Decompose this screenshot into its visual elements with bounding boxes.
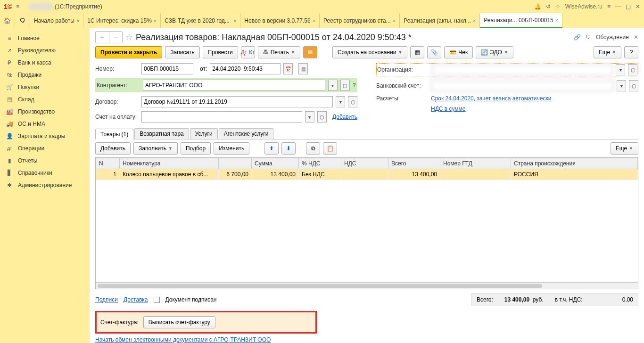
- add-button[interactable]: Добавить: [95, 142, 131, 155]
- print-button[interactable]: 🖶Печать▼: [258, 46, 300, 58]
- close-icon[interactable]: ×: [473, 18, 476, 24]
- dropdown-icon[interactable]: ▾: [328, 80, 338, 91]
- pick-button[interactable]: Подбор: [181, 142, 211, 155]
- check-button[interactable]: 💳Чек: [444, 46, 473, 58]
- signatures-link[interactable]: Подписи: [95, 296, 118, 303]
- signed-checkbox[interactable]: [154, 297, 160, 303]
- col-vat[interactable]: НДС: [341, 158, 388, 169]
- col-n[interactable]: N: [96, 158, 120, 169]
- vat-link[interactable]: НДС в сумме: [431, 106, 466, 112]
- inner-tab-returnable[interactable]: Возвратная тара: [134, 128, 189, 139]
- tab-4[interactable]: Реестр сотрудников ста...×: [320, 13, 400, 28]
- sidebar-item-purchases[interactable]: 🛒Покупки: [0, 81, 90, 93]
- link-icon[interactable]: 🔗: [574, 34, 581, 41]
- tab-3[interactable]: Новое в версии 3.0.77.56×: [240, 13, 320, 28]
- more-button[interactable]: Еще▼: [594, 46, 621, 58]
- open-icon[interactable]: ▢: [348, 96, 357, 107]
- col-total[interactable]: Всего: [388, 158, 440, 169]
- save-button[interactable]: Записать: [165, 46, 199, 58]
- inner-tab-goods[interactable]: Товары (1): [95, 129, 133, 139]
- col-price[interactable]: [219, 158, 252, 169]
- sidebar-item-warehouse[interactable]: ▤Склад: [0, 93, 90, 106]
- settings-icon[interactable]: ≡: [607, 3, 611, 10]
- favorite-icon[interactable]: ☆: [125, 32, 133, 42]
- date-input[interactable]: [210, 63, 281, 74]
- open-icon[interactable]: ▢: [628, 64, 637, 75]
- dropdown-icon[interactable]: ▾: [616, 64, 625, 75]
- sidebar-item-main[interactable]: ≡Главное: [0, 32, 90, 44]
- discuss-label[interactable]: Обсуждение: [596, 34, 629, 41]
- sidebar-item-admin[interactable]: ✱Администрирование: [0, 179, 90, 191]
- move-down-button[interactable]: ⬇: [281, 142, 296, 155]
- close-icon[interactable]: ×: [313, 18, 315, 24]
- minimize-icon[interactable]: —: [615, 3, 621, 10]
- col-nomen[interactable]: Номенклатура: [120, 158, 219, 169]
- close-icon[interactable]: ×: [233, 18, 236, 24]
- open-icon[interactable]: ▢: [340, 80, 350, 91]
- col-country[interactable]: Страна происхождения: [511, 158, 638, 169]
- sidebar-item-catalogs[interactable]: ▋Справочники: [0, 167, 90, 179]
- col-vat-rate[interactable]: % НДС: [299, 158, 341, 169]
- dropdown-icon[interactable]: ▾: [305, 111, 314, 122]
- post-button[interactable]: Провести: [203, 46, 238, 58]
- structure-button[interactable]: ▦: [410, 46, 424, 58]
- post-close-button[interactable]: Провести и закрыть: [95, 46, 162, 58]
- dropdown-icon[interactable]: ▾: [336, 96, 345, 107]
- create-based-button[interactable]: Создать на основании▼: [332, 46, 407, 58]
- tab-6-active[interactable]: Реализаци... 00БП-000015×: [480, 13, 562, 28]
- open-icon[interactable]: ▢: [317, 111, 327, 122]
- bank-input[interactable]: [431, 80, 614, 91]
- sidebar-item-manager[interactable]: ↗Руководителю: [0, 44, 90, 57]
- calendar-icon[interactable]: 📅: [283, 63, 293, 74]
- star-icon[interactable]: ☆: [555, 3, 561, 10]
- dtkt-button[interactable]: ДтКт: [241, 46, 255, 58]
- maximize-icon[interactable]: ▢: [626, 3, 631, 10]
- chat-tab[interactable]: 🗨: [15, 13, 30, 28]
- hamburger-icon[interactable]: ≡: [16, 3, 25, 10]
- discuss-icon[interactable]: 🗨: [586, 34, 591, 41]
- number-input[interactable]: [141, 63, 193, 74]
- settle-link[interactable]: Срок 24.04.2020, зачет аванса автоматиче…: [431, 95, 551, 102]
- sidebar-item-assets[interactable]: 🚚ОС и НМА: [0, 118, 90, 130]
- close-panel-icon[interactable]: ✕: [634, 34, 638, 41]
- inner-tab-services[interactable]: Услуги: [190, 128, 218, 139]
- tab-1[interactable]: 1С Интерес: скидка 15%×: [83, 13, 161, 28]
- open-icon[interactable]: ▢: [629, 80, 638, 91]
- close-icon[interactable]: ×: [555, 17, 558, 23]
- close-icon[interactable]: ×: [154, 18, 157, 24]
- fill-button[interactable]: Заполнить▼: [133, 142, 178, 155]
- issue-invoice-button[interactable]: Выписать счет-фактуру: [143, 316, 215, 328]
- attach-button[interactable]: 📎: [427, 46, 441, 58]
- col-sum[interactable]: Сумма: [252, 158, 299, 169]
- close-icon[interactable]: ×: [393, 18, 396, 24]
- change-button[interactable]: Изменить: [214, 142, 249, 155]
- table-row[interactable]: 1 Колесо пальцевое правое в сб... 6 700,…: [96, 169, 638, 180]
- contract-input[interactable]: [141, 96, 333, 107]
- site-link[interactable]: WiseAdwise.ru: [565, 3, 603, 10]
- sidebar-item-reports[interactable]: ▮Отчеты: [0, 155, 90, 167]
- mail-button[interactable]: ✉: [303, 46, 317, 58]
- exchange-link[interactable]: Начать обмен электронными документами с …: [95, 336, 638, 343]
- help-button[interactable]: ?: [624, 46, 638, 58]
- paste-button[interactable]: 📋: [323, 142, 337, 155]
- add-link[interactable]: Добавить: [332, 114, 357, 120]
- dropdown-icon[interactable]: ▾: [617, 80, 626, 91]
- sidebar-item-production[interactable]: 🏭Производство: [0, 106, 90, 118]
- delivery-link[interactable]: Доставка: [124, 296, 148, 303]
- org-input[interactable]: [432, 64, 613, 75]
- home-tab[interactable]: 🏠: [0, 13, 15, 28]
- tab-0[interactable]: Начало работы×: [30, 13, 83, 28]
- sidebar-item-bank[interactable]: ₽Банк и касса: [0, 57, 90, 69]
- close-icon[interactable]: ×: [76, 18, 79, 24]
- bell-icon[interactable]: 🔔: [534, 3, 541, 10]
- forward-button[interactable]: →: [109, 32, 122, 43]
- copy-button[interactable]: ⧉: [306, 142, 320, 155]
- sidebar-item-hr[interactable]: 👤Зарплата и кадры: [0, 130, 90, 142]
- list-icon[interactable]: ▤: [298, 63, 308, 74]
- sidebar-item-sales[interactable]: 🛍Продажи: [0, 69, 90, 81]
- h-scrollbar[interactable]: [96, 282, 638, 289]
- back-button[interactable]: ←: [96, 32, 109, 43]
- help-icon[interactable]: ?: [353, 82, 356, 89]
- contragent-input[interactable]: [143, 80, 325, 91]
- col-gtd[interactable]: Номер ГТД: [440, 158, 511, 169]
